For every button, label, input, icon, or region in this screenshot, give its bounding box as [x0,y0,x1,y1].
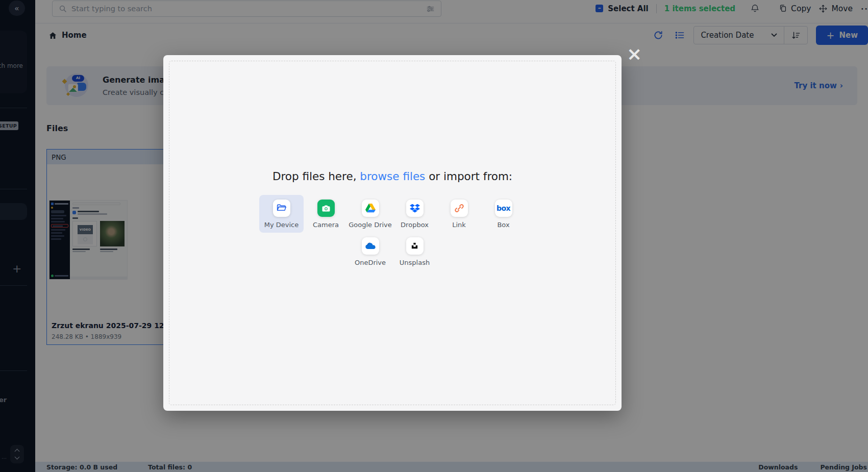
source-label: My Device [264,221,299,229]
source-camera[interactable]: Camera [304,195,348,233]
source-label: Google Drive [349,221,392,229]
source-unsplash[interactable]: Unsplash [392,233,437,270]
source-link[interactable]: Link [437,195,481,233]
source-onedrive[interactable]: OneDrive [348,233,392,270]
unsplash-icon [406,237,424,255]
source-box[interactable]: box Box [481,195,526,233]
source-google-drive[interactable]: Google Drive [348,195,392,233]
onedrive-icon [362,237,379,255]
source-label: Camera [313,221,339,229]
my-device-folder-icon [273,200,290,217]
headline-post: or import from: [425,170,512,183]
box-logo-icon: box [495,200,512,217]
source-my-device[interactable]: My Device [259,195,304,233]
source-dropbox[interactable]: Dropbox [392,195,437,233]
dropbox-icon [406,200,424,217]
browse-files-link[interactable]: browse files [360,170,425,183]
source-row-2: OneDrive Unsplash [163,233,622,270]
upload-modal: Drop files here, browse files or import … [163,55,622,411]
dropzone-headline: Drop files here, browse files or import … [265,55,520,184]
modal-close-button[interactable]: × [627,45,642,63]
google-drive-icon [362,200,379,217]
camera-icon [317,200,335,217]
source-label: Dropbox [401,221,429,229]
headline-pre: Drop files here, [272,170,360,183]
source-label: Link [452,221,466,229]
link-icon [451,200,468,217]
source-label: OneDrive [355,259,386,266]
source-label: Unsplash [400,259,430,266]
source-row-1: My Device Camera Google Drive Dropbox Li… [163,195,622,233]
box-logo-text: box [497,204,510,212]
source-label: Box [497,221,509,229]
